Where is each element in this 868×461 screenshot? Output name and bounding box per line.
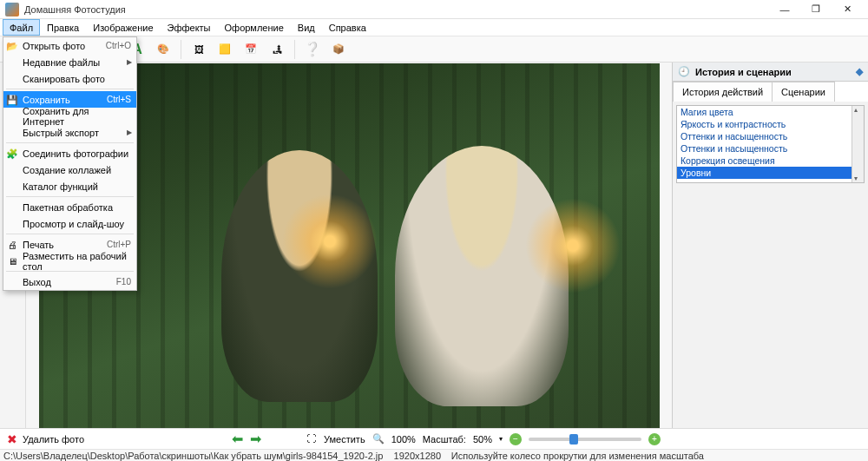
tab-scenarios[interactable]: Сценарии: [772, 82, 835, 102]
menu-item[interactable]: Создание коллажей: [3, 161, 136, 178]
menu-item-icon: 📂: [6, 40, 18, 52]
menu-item-icon: [6, 218, 18, 230]
delete-photo-button[interactable]: Удалить фото: [23, 434, 84, 445]
expand-icon[interactable]: ◆: [856, 66, 863, 77]
menu-item-label: Создание коллажей: [23, 165, 131, 175]
menu-item-icon: [6, 164, 18, 176]
menu-item-icon: 🧩: [6, 148, 18, 160]
close-button[interactable]: ✕: [832, 0, 863, 19]
status-hint: Используйте колесо прокрутки для изменен…: [451, 451, 704, 461]
right-panel: 🕘 История и сценарии ◆ История действий …: [673, 63, 868, 428]
fit-icon[interactable]: ⛶: [305, 433, 317, 445]
zoom-slider[interactable]: [529, 438, 641, 441]
file-menu-dropdown: 📂Открыть фотоCtrl+OНедавние файлы▶Сканир…: [3, 36, 137, 291]
menu-item-label: Разместить на рабочий стол: [23, 251, 131, 272]
fit-button[interactable]: Уместить: [324, 434, 365, 445]
menu-item[interactable]: 🧩Соединить фотографии: [3, 145, 136, 161]
minimize-button[interactable]: —: [769, 0, 800, 19]
app-icon: [5, 3, 19, 16]
scrollbar[interactable]: [852, 106, 864, 182]
photo-content: [282, 194, 378, 289]
history-item[interactable]: Яркость и контрастность: [677, 118, 864, 130]
menu-item[interactable]: Быстрый экспорт▶: [3, 124, 136, 141]
history-item[interactable]: Уровни: [677, 167, 864, 179]
menu-item-icon: [6, 181, 18, 193]
calendar-icon[interactable]: 📅: [240, 39, 261, 60]
panel-tabs: История действий Сценарии: [673, 82, 868, 102]
history-item[interactable]: Оттенки и насыщенность: [677, 130, 864, 142]
menu-item[interactable]: 🖥Разместить на рабочий стол: [3, 253, 136, 269]
menu-item-icon: [6, 73, 18, 85]
menu-edit[interactable]: Правка: [40, 19, 86, 36]
zoom-minus-button[interactable]: −: [510, 433, 522, 445]
menu-item[interactable]: Каталог функций: [3, 178, 136, 194]
zoom-100-button[interactable]: 100%: [391, 434, 416, 445]
submenu-arrow-icon: ▶: [127, 128, 132, 136]
palette-icon[interactable]: 🎨: [153, 39, 174, 60]
menu-item[interactable]: ВыходF10: [3, 273, 136, 290]
menu-item-icon: [6, 201, 18, 214]
cube-icon[interactable]: 📦: [328, 39, 349, 60]
menu-item-icon: 🖨: [6, 239, 18, 251]
status-dims: 1920x1280: [394, 451, 441, 461]
menu-item-icon: [6, 127, 18, 139]
history-icon: 🕘: [678, 66, 690, 78]
menu-item-label: Пакетная обработка: [23, 202, 131, 213]
menu-item-label: Сохранить: [23, 95, 107, 105]
menu-item-icon: [6, 56, 18, 69]
menu-item[interactable]: Пакетная обработка: [3, 199, 136, 215]
separator: [181, 40, 181, 59]
help-icon[interactable]: ❔: [302, 39, 323, 60]
menu-item-label: Соединить фотографии: [23, 148, 131, 159]
photo-content: [525, 198, 621, 293]
menu-item-label: Сохранить для Интернет: [23, 106, 131, 127]
menu-item[interactable]: Просмотр и слайд-шоу: [3, 215, 136, 232]
tab-history[interactable]: История действий: [673, 82, 772, 102]
menu-item-shortcut: Ctrl+P: [107, 240, 131, 249]
menu-item-label: Печать: [23, 240, 107, 250]
scale-dropdown-icon[interactable]: ▾: [499, 435, 503, 443]
panel-title-bar: 🕘 История и сценарии ◆: [673, 63, 868, 82]
prev-icon[interactable]: ⬅: [232, 431, 243, 447]
menu-item-label: Каталог функций: [23, 181, 131, 192]
history-item[interactable]: Коррекция освещения: [677, 155, 864, 167]
menu-help[interactable]: Справка: [322, 19, 373, 36]
menu-item-shortcut: Ctrl+O: [106, 41, 131, 50]
menu-image[interactable]: Изображение: [86, 19, 160, 36]
history-item[interactable]: Оттенки и насыщенность: [677, 142, 864, 155]
menu-item-label: Открыть фото: [23, 41, 106, 51]
next-icon[interactable]: ➡: [250, 431, 261, 447]
bottom-bar: ✖ Удалить фото ⬅ ➡ ⛶ Уместить 🔍 100% Мас…: [0, 428, 868, 449]
menu-effects[interactable]: Эффекты: [161, 19, 218, 36]
menu-item-label: Недавние файлы: [23, 57, 131, 68]
menu-file[interactable]: Файл: [3, 19, 40, 36]
menu-view[interactable]: Вид: [291, 19, 322, 36]
zoom-reset-icon[interactable]: 🔍: [372, 433, 385, 445]
menu-item[interactable]: Сканировать фото: [3, 70, 136, 87]
menu-item-icon: 🖥: [6, 255, 18, 267]
menu-item-shortcut: Ctrl+S: [107, 95, 131, 104]
history-list: Магия цветаЯркость и контрастностьОттенк…: [676, 105, 865, 183]
title-bar: Домашняя Фотостудия — ❐ ✕: [0, 0, 868, 19]
slider-thumb[interactable]: [569, 434, 578, 445]
menu-separator: [6, 142, 134, 143]
maximize-button[interactable]: ❐: [800, 0, 832, 19]
image-icon[interactable]: 🖼: [188, 39, 209, 60]
history-item[interactable]: Магия цвета: [677, 106, 864, 118]
frame-icon[interactable]: 🟨: [214, 39, 235, 60]
menu-decor[interactable]: Оформление: [218, 19, 291, 36]
zoom-plus-button[interactable]: +: [648, 433, 661, 445]
postcard-icon[interactable]: 🏞: [266, 39, 287, 60]
menu-item-shortcut: F10: [116, 277, 131, 286]
window-title: Домашняя Фотостудия: [24, 4, 769, 15]
menu-item[interactable]: Сохранить для Интернет: [3, 108, 136, 124]
menu-item[interactable]: Недавние файлы▶: [3, 54, 136, 70]
menu-separator: [6, 89, 134, 89]
menu-item[interactable]: 📂Открыть фотоCtrl+O: [3, 37, 136, 54]
scale-value: 50%: [473, 434, 492, 445]
menu-bar: Файл Правка Изображение Эффекты Оформлен…: [0, 19, 868, 36]
submenu-arrow-icon: ▶: [127, 58, 132, 66]
menu-item-label: Сканировать фото: [23, 74, 131, 84]
delete-icon[interactable]: ✖: [7, 432, 17, 446]
panel-title: История и сценарии: [695, 67, 792, 77]
